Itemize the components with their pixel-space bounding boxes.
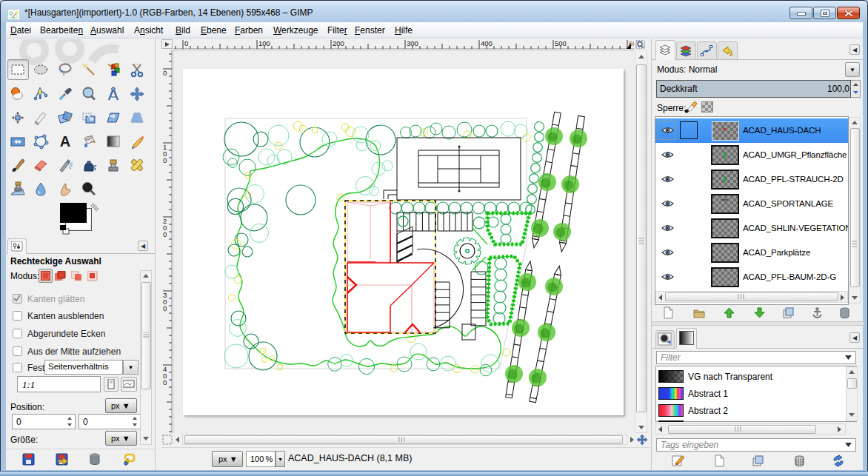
svg-text:100: 100	[258, 39, 270, 47]
svg-text:0: 0	[163, 156, 167, 164]
svg-text:500: 500	[555, 39, 567, 47]
svg-text:0: 0	[163, 230, 167, 238]
svg-text:0: 0	[184, 39, 188, 47]
svg-text:400: 400	[481, 39, 493, 47]
svg-text:0: 0	[163, 69, 167, 77]
svg-text:300: 300	[407, 39, 418, 47]
svg-text:0: 0	[163, 378, 167, 386]
svg-text:0: 0	[163, 304, 167, 312]
svg-text:A: A	[60, 133, 70, 150]
svg-text:200: 200	[333, 39, 344, 47]
